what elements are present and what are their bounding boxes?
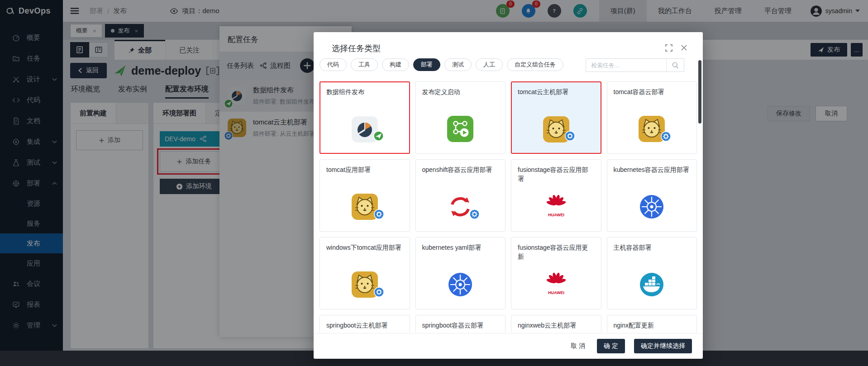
task-type-grid: 数据组件发布 发布定义启动 tomcat云主机部署 tom bbox=[320, 81, 697, 333]
category-chip[interactable]: 构建 bbox=[382, 58, 409, 71]
modal-title: 选择任务类型 bbox=[332, 43, 381, 54]
category-chip[interactable]: 工具 bbox=[351, 58, 378, 71]
svg-text:HUAWEI: HUAWEI bbox=[548, 290, 564, 295]
expand-icon[interactable] bbox=[665, 44, 673, 52]
task-type-title: nginx配置更新 bbox=[614, 321, 691, 330]
svg-text:HUAWEI: HUAWEI bbox=[548, 213, 564, 217]
task-type-card[interactable]: nginx配置更新 bbox=[607, 315, 697, 333]
task-type-title: 发布定义启动 bbox=[422, 87, 499, 96]
task-type-title: fusionstage容器云应用更新 bbox=[518, 243, 595, 261]
modal-cancel-button[interactable]: 取 消 bbox=[568, 342, 588, 351]
task-type-title: 主机容器部署 bbox=[614, 243, 691, 252]
category-chip[interactable]: 部署 bbox=[413, 58, 440, 71]
task-type-card[interactable]: 主机容器部署 bbox=[607, 237, 697, 309]
gear-blue-badge-icon bbox=[565, 131, 575, 141]
task-type-title: kubernetes yaml部署 bbox=[422, 243, 499, 252]
plane-green-badge-icon bbox=[373, 131, 384, 141]
category-chips: 代码 工具 构建 部署 测试 人工 自定义组合任务 bbox=[320, 58, 563, 71]
category-chip[interactable]: 人工 bbox=[476, 58, 503, 71]
task-type-title: windows下tomcat应用部署 bbox=[326, 243, 403, 252]
close-icon[interactable] bbox=[681, 44, 687, 51]
category-chip[interactable]: 自定义组合任务 bbox=[507, 58, 563, 71]
task-type-card[interactable]: nginxweb云主机部署 bbox=[511, 315, 601, 333]
flow-green-icon bbox=[446, 114, 475, 143]
task-type-card[interactable]: fusionstage容器云应用部署 HUAWEI bbox=[511, 159, 601, 232]
modal-ok-button[interactable]: 确 定 bbox=[597, 339, 625, 353]
category-chip[interactable]: 代码 bbox=[320, 58, 347, 71]
category-chip[interactable]: 测试 bbox=[444, 58, 472, 71]
select-task-type-modal: 选择任务类型 代码 工具 构建 部署 测试 人工 自定义组合任务 bbox=[314, 32, 703, 359]
task-type-title: kubernetes容器云应用部署 bbox=[614, 165, 691, 174]
task-search bbox=[586, 58, 684, 72]
search-input[interactable] bbox=[586, 59, 666, 71]
search-button[interactable] bbox=[666, 59, 684, 71]
docker-icon bbox=[637, 270, 666, 299]
task-type-title: fusionstage容器云应用部署 bbox=[518, 165, 595, 184]
huawei-icon: HUAWEI bbox=[542, 192, 571, 221]
task-type-card[interactable]: 数据组件发布 bbox=[320, 81, 410, 154]
kubernetes-icon bbox=[446, 270, 475, 299]
search-icon bbox=[672, 62, 679, 69]
task-type-title: tomcat应用部署 bbox=[326, 165, 403, 174]
kubernetes-icon bbox=[637, 192, 666, 221]
task-type-card[interactable]: kubernetes yaml部署 bbox=[415, 237, 506, 309]
task-type-card[interactable]: tomcat容器云部署 bbox=[607, 81, 697, 154]
modal-scrollbar[interactable] bbox=[698, 60, 701, 124]
task-type-title: springboot容器云部署 bbox=[422, 321, 499, 330]
task-type-card[interactable]: windows下tomcat应用部署 bbox=[320, 237, 410, 309]
task-type-title: tomcat容器云部署 bbox=[614, 87, 691, 96]
task-type-title: springboot云主机部署 bbox=[326, 321, 403, 330]
task-type-title: nginxweb云主机部署 bbox=[518, 321, 595, 330]
modal-footer: 取 消 确 定 确定并继续选择 bbox=[314, 333, 703, 359]
task-type-card[interactable]: tomcat应用部署 bbox=[320, 159, 410, 232]
app: DevOps 部署 / 发布 项目：demo 0 bbox=[0, 0, 868, 366]
task-type-card[interactable]: tomcat云主机部署 bbox=[511, 81, 601, 154]
gear-blue-badge-icon bbox=[374, 209, 384, 219]
task-type-title: openshift容器云应用部署 bbox=[422, 165, 499, 174]
task-type-title: tomcat云主机部署 bbox=[518, 87, 595, 96]
task-type-card[interactable]: openshift容器云应用部署 bbox=[415, 159, 506, 232]
task-type-title: 数据组件发布 bbox=[326, 87, 403, 96]
gear-blue-badge-icon bbox=[374, 287, 384, 297]
modal-ok-continue-button[interactable]: 确定并继续选择 bbox=[634, 339, 692, 353]
task-type-card[interactable]: kubernetes容器云应用部署 bbox=[607, 159, 697, 232]
task-type-card[interactable]: fusionstage容器云应用更新 HUAWEI bbox=[511, 237, 601, 309]
gear-blue-badge-icon bbox=[661, 131, 671, 142]
gear-blue-badge-icon bbox=[469, 209, 480, 219]
task-type-card[interactable]: springboot云主机部署 bbox=[320, 315, 410, 333]
task-type-card[interactable]: 发布定义启动 bbox=[415, 81, 506, 154]
task-type-card[interactable]: springboot容器云部署 bbox=[415, 315, 506, 333]
huawei-icon: HUAWEI bbox=[542, 270, 571, 299]
